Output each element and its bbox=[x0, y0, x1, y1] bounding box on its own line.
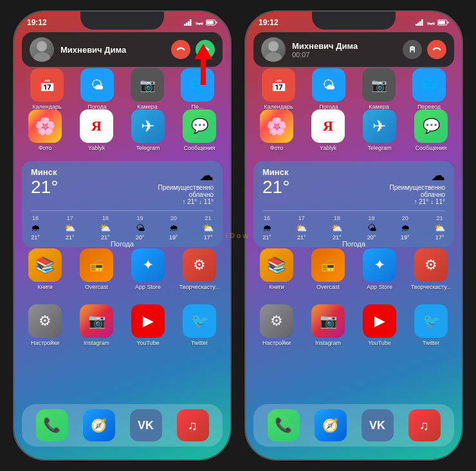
dock-item-weather-app[interactable]: 🌤Погода bbox=[312, 68, 345, 110]
app-item-overcast[interactable]: 📻Overcast bbox=[73, 248, 120, 290]
app-icon-weather-app: 🌤 bbox=[80, 68, 114, 102]
app-icon-camera: 📷 bbox=[362, 68, 396, 102]
dock-phone[interactable]: 📞 bbox=[268, 409, 300, 441]
forecast-date: 19 bbox=[137, 215, 143, 221]
app-item-books[interactable]: 📚Книги bbox=[22, 248, 68, 290]
weather-hi-lo: ↑ 21° ↓ 11° bbox=[136, 198, 214, 205]
status-time: 19:12 bbox=[27, 18, 47, 27]
dock-icon-vk: VK bbox=[130, 409, 162, 441]
app-item-yablyk[interactable]: ЯYablyk bbox=[305, 109, 351, 151]
app-icon-books: 📚 bbox=[28, 248, 62, 282]
app-item-instagram[interactable]: 📷Instagram bbox=[73, 304, 120, 346]
weather-forecast: 16🌧21°17⛅21°18⛅21°19🌤20°20🌧19°21⛅17° bbox=[31, 210, 214, 241]
app-item-telegram[interactable]: ✈Telegram bbox=[356, 109, 403, 151]
call-info: Михневич Дима bbox=[60, 45, 165, 55]
dock-item-calendar[interactable]: 📅Календарь bbox=[30, 68, 64, 110]
forecast-date: 21 bbox=[205, 215, 211, 221]
app-icon-translate: 🌐 bbox=[412, 68, 446, 102]
dock-music[interactable]: ♫ bbox=[177, 409, 209, 441]
app-label-books: Книги bbox=[269, 284, 284, 290]
app-item-settings[interactable]: ⚙Настройки bbox=[253, 304, 300, 346]
dock-vk[interactable]: VK bbox=[130, 409, 162, 441]
app-label-creative: Творческаcту... bbox=[179, 284, 220, 290]
dock-item-calendar[interactable]: 📅Календарь bbox=[262, 68, 295, 110]
app-icon-appstore: ✦ bbox=[363, 248, 396, 282]
app-icon-overcast: 📻 bbox=[80, 248, 113, 282]
forecast-icon: ⛅ bbox=[203, 223, 214, 233]
app-label-photos: Фото bbox=[270, 145, 284, 151]
weather-widget[interactable]: Минск21°☁Преимущественно облачно↑ 21° ↓ … bbox=[253, 161, 454, 247]
app-item-photos[interactable]: 🌸Фото bbox=[22, 109, 68, 151]
forecast-icon: 🌧 bbox=[262, 223, 271, 233]
app-item-telegram[interactable]: ✈Telegram bbox=[125, 109, 171, 151]
app-item-appstore[interactable]: ✦App Store bbox=[356, 248, 403, 290]
app-item-overcast[interactable]: 📻Overcast bbox=[305, 248, 351, 290]
app-label-photos: Фото bbox=[39, 145, 52, 151]
decline-button[interactable] bbox=[171, 40, 190, 59]
forecast-day-20: 20🌧19° bbox=[401, 215, 410, 241]
app-icon-twitter: 🐦 bbox=[183, 304, 216, 338]
app-label-instagram: Instagram bbox=[84, 340, 109, 346]
mute-button[interactable] bbox=[403, 40, 422, 59]
svg-rect-0 bbox=[184, 24, 186, 26]
app-icon-calendar: 📅 bbox=[30, 68, 64, 102]
weather-temp: 21° bbox=[262, 177, 289, 198]
dock-safari[interactable]: 🧭 bbox=[315, 409, 347, 441]
app-item-twitter[interactable]: 🐦Twitter bbox=[408, 304, 454, 346]
app-item-creative[interactable]: ⚙Творческаcту... bbox=[176, 248, 223, 290]
weather-city: Минск bbox=[31, 167, 58, 177]
app-icon-telegram: ✈ bbox=[131, 109, 165, 143]
dock-music[interactable]: ♫ bbox=[408, 409, 441, 441]
app-item-messages[interactable]: 💬Сообщения bbox=[408, 109, 454, 151]
weather-section-label: Погода bbox=[246, 240, 462, 248]
app-icon-instagram: 📷 bbox=[311, 304, 345, 338]
forecast-day-16: 16🌧21° bbox=[31, 215, 40, 241]
dock-item-translate[interactable]: 🌐Перевод bbox=[412, 68, 446, 110]
battery-icon bbox=[437, 19, 449, 26]
weather-city: Минск bbox=[262, 167, 289, 177]
svg-rect-15 bbox=[448, 22, 449, 24]
app-item-appstore[interactable]: ✦App Store bbox=[125, 248, 171, 290]
app-label-telegram: Telegram bbox=[367, 145, 391, 151]
app-item-youtube[interactable]: ▶YouTube bbox=[125, 304, 171, 346]
forecast-date: 18 bbox=[102, 215, 109, 221]
apps-row-3: ⚙Настройки📷Instagram▶YouTube🐦Twitter bbox=[253, 304, 454, 346]
apps-row-3: ⚙Настройки📷Instagram▶YouTube🐦Twitter bbox=[22, 304, 223, 346]
dock-item-camera[interactable]: 📷Камера bbox=[131, 68, 164, 110]
battery-icon bbox=[206, 19, 217, 26]
svg-point-16 bbox=[268, 41, 279, 51]
app-label-overcast: Overcast bbox=[316, 284, 340, 290]
forecast-icon: 🌤 bbox=[136, 223, 145, 233]
caller-name: Михневич Дима bbox=[60, 45, 165, 55]
forecast-icon: 🌧 bbox=[31, 223, 40, 233]
app-item-creative[interactable]: ⚙Творческаcту... bbox=[408, 248, 454, 290]
call-banner: Михневич Дима bbox=[22, 32, 223, 67]
status-icons bbox=[184, 19, 217, 26]
app-label-twitter: Twitter bbox=[191, 340, 208, 346]
call-banner: Михневич Дима00:07 bbox=[253, 32, 454, 67]
app-item-messages[interactable]: 💬Сообщения bbox=[176, 109, 223, 151]
dock-item-camera[interactable]: 📷Камера bbox=[362, 68, 396, 110]
app-icon-yablyk: Я bbox=[311, 109, 345, 143]
app-icon-weather-app: 🌤 bbox=[312, 68, 345, 102]
app-item-instagram[interactable]: 📷Instagram bbox=[305, 304, 351, 346]
dock-item-weather-app[interactable]: 🌤Погода bbox=[80, 68, 114, 110]
dock-phone[interactable]: 📞 bbox=[36, 409, 68, 441]
app-item-youtube[interactable]: ▶YouTube bbox=[356, 304, 403, 346]
dock-icon-safari: 🧭 bbox=[83, 409, 115, 441]
dock-vk[interactable]: VK bbox=[362, 409, 394, 441]
app-item-books[interactable]: 📚Книги bbox=[253, 248, 300, 290]
forecast-date: 16 bbox=[264, 215, 270, 221]
svg-rect-2 bbox=[188, 21, 190, 26]
status-time: 19:12 bbox=[259, 18, 279, 27]
app-item-yablyk[interactable]: ЯYablyk bbox=[73, 109, 120, 151]
app-item-photos[interactable]: 🌸Фото bbox=[253, 109, 300, 151]
weather-cloud-icon: ☁ bbox=[368, 167, 445, 184]
svg-rect-1 bbox=[186, 23, 188, 26]
app-item-settings[interactable]: ⚙Настройки bbox=[22, 304, 68, 346]
app-icon-twitter: 🐦 bbox=[414, 304, 448, 338]
dock-safari[interactable]: 🧭 bbox=[83, 409, 115, 441]
app-item-twitter[interactable]: 🐦Twitter bbox=[176, 304, 223, 346]
weather-widget[interactable]: Минск21°☁Преимущественно облачно↑ 21° ↓ … bbox=[22, 161, 223, 247]
decline-button[interactable] bbox=[427, 40, 446, 59]
